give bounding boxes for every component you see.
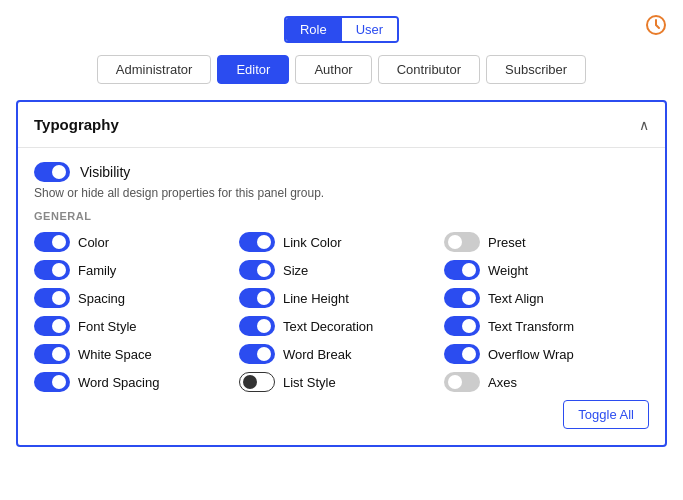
- clock-icon: [645, 14, 667, 40]
- color-toggle[interactable]: [34, 232, 70, 252]
- tab-subscriber[interactable]: Subscriber: [486, 55, 586, 84]
- prop-text-align: Text Align: [444, 288, 649, 308]
- size-toggle[interactable]: [239, 260, 275, 280]
- weight-label: Weight: [488, 263, 528, 278]
- weight-toggle[interactable]: [444, 260, 480, 280]
- color-label: Color: [78, 235, 109, 250]
- size-label: Size: [283, 263, 308, 278]
- white-space-toggle[interactable]: [34, 344, 70, 364]
- visibility-toggle[interactable]: [34, 162, 70, 182]
- text-align-label: Text Align: [488, 291, 544, 306]
- toggle-all-button[interactable]: Toggle All: [563, 400, 649, 429]
- spacing-label: Spacing: [78, 291, 125, 306]
- overflow-wrap-toggle[interactable]: [444, 344, 480, 364]
- list-style-label: List Style: [283, 375, 336, 390]
- visibility-row: Visibility: [34, 162, 649, 182]
- user-button[interactable]: User: [342, 18, 397, 41]
- text-transform-toggle[interactable]: [444, 316, 480, 336]
- tab-editor[interactable]: Editor: [217, 55, 289, 84]
- font-style-toggle[interactable]: [34, 316, 70, 336]
- font-style-label: Font Style: [78, 319, 137, 334]
- prop-weight: Weight: [444, 260, 649, 280]
- text-transform-label: Text Transform: [488, 319, 574, 334]
- typography-panel: Typography ∧ Visibility Show or hide all…: [16, 100, 667, 447]
- prop-axes: Axes: [444, 372, 649, 392]
- word-break-label: Word Break: [283, 347, 351, 362]
- prop-text-decoration: Text Decoration: [239, 316, 444, 336]
- visibility-label: Visibility: [80, 164, 130, 180]
- line-height-label: Line Height: [283, 291, 349, 306]
- panel-title: Typography: [34, 116, 119, 133]
- axes-label: Axes: [488, 375, 517, 390]
- prop-word-break: Word Break: [239, 344, 444, 364]
- line-height-toggle[interactable]: [239, 288, 275, 308]
- tab-contributor[interactable]: Contributor: [378, 55, 480, 84]
- prop-size: Size: [239, 260, 444, 280]
- word-spacing-toggle[interactable]: [34, 372, 70, 392]
- prop-family: Family: [34, 260, 239, 280]
- prop-line-height: Line Height: [239, 288, 444, 308]
- preset-toggle[interactable]: [444, 232, 480, 252]
- prop-preset: Preset: [444, 232, 649, 252]
- preset-label: Preset: [488, 235, 526, 250]
- prop-word-spacing: Word Spacing: [34, 372, 239, 392]
- family-toggle[interactable]: [34, 260, 70, 280]
- properties-grid: Color Link Color Preset Family Size W: [34, 232, 649, 392]
- family-label: Family: [78, 263, 116, 278]
- link-color-label: Link Color: [283, 235, 342, 250]
- prop-overflow-wrap: Overflow Wrap: [444, 344, 649, 364]
- overflow-wrap-label: Overflow Wrap: [488, 347, 574, 362]
- text-decoration-toggle[interactable]: [239, 316, 275, 336]
- white-space-label: White Space: [78, 347, 152, 362]
- general-section-label: GENERAL: [34, 210, 649, 222]
- bottom-bar: Toggle All: [34, 392, 649, 433]
- list-style-toggle[interactable]: [239, 372, 275, 392]
- panel-header[interactable]: Typography ∧: [18, 102, 665, 148]
- axes-toggle[interactable]: [444, 372, 480, 392]
- prop-color: Color: [34, 232, 239, 252]
- role-button[interactable]: Role: [286, 18, 342, 41]
- prop-spacing: Spacing: [34, 288, 239, 308]
- tab-author[interactable]: Author: [295, 55, 371, 84]
- tab-administrator[interactable]: Administrator: [97, 55, 212, 84]
- panel-body: Visibility Show or hide all design prope…: [18, 148, 665, 445]
- prop-font-style: Font Style: [34, 316, 239, 336]
- word-spacing-label: Word Spacing: [78, 375, 159, 390]
- link-color-toggle[interactable]: [239, 232, 275, 252]
- spacing-toggle[interactable]: [34, 288, 70, 308]
- prop-text-transform: Text Transform: [444, 316, 649, 336]
- prop-link-color: Link Color: [239, 232, 444, 252]
- visibility-description: Show or hide all design properties for t…: [34, 186, 649, 200]
- text-align-toggle[interactable]: [444, 288, 480, 308]
- role-tabs: Administrator Editor Author Contributor …: [0, 55, 683, 100]
- prop-list-style: List Style: [239, 372, 444, 392]
- prop-white-space: White Space: [34, 344, 239, 364]
- role-user-toggle: Role User: [0, 0, 683, 55]
- chevron-up-icon: ∧: [639, 117, 649, 133]
- word-break-toggle[interactable]: [239, 344, 275, 364]
- text-decoration-label: Text Decoration: [283, 319, 373, 334]
